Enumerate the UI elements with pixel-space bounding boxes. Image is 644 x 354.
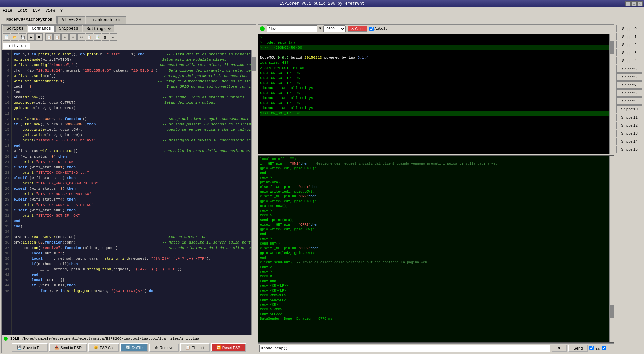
- tb-del[interactable]: 🗑: [102, 33, 109, 41]
- terminal-line: STATION_GOT_IP: OK: [260, 111, 612, 116]
- terminal-line: STATION_GOT_IP: OK: [260, 101, 612, 106]
- snippet3-button[interactable]: Snippet3: [616, 49, 642, 56]
- bottom-line: recv:>: [260, 265, 612, 270]
- disconnect-button[interactable]: ✕ Close: [348, 26, 367, 32]
- send-cmd-button[interactable]: Send: [568, 345, 588, 352]
- tb-cut[interactable]: ✂: [77, 33, 85, 41]
- snippet2-button[interactable]: Snippet2: [616, 41, 642, 48]
- menu-esp[interactable]: ESP: [32, 8, 42, 13]
- tb-dup[interactable]: 📑: [94, 33, 101, 41]
- tb-new[interactable]: 📄: [3, 33, 10, 41]
- bottom-line: send: print(ora);: [260, 218, 612, 223]
- bottom-scrollbar-thumb[interactable]: [610, 305, 614, 318]
- bottom-line: recv:> <CR>: [260, 307, 612, 312]
- tb-wrap[interactable]: ↔: [110, 33, 117, 41]
- tb-paste[interactable]: 📋: [86, 33, 93, 41]
- save-icon: 💾: [17, 345, 22, 350]
- tb-undo[interactable]: ↩: [61, 33, 69, 41]
- tab-nodemcu[interactable]: NodeMCU+MicroPython: [2, 16, 57, 24]
- menu-help[interactable]: ?: [59, 8, 64, 13]
- tb-redo[interactable]: ↪: [69, 33, 77, 41]
- send-button[interactable]: ▼: [552, 345, 567, 352]
- line-numbers: 12345 678910 1112131415 1617181920 21222…: [2, 50, 12, 335]
- terminal-line: STATION_GOT_IP: OK: [260, 71, 612, 76]
- terminal-output[interactable]: > > node.restart() > ·····500h62·R6·00 N…: [258, 34, 614, 154]
- autosc-checkbox-label[interactable]: AutoSc: [369, 27, 388, 31]
- snippet10-button[interactable]: Snippet10: [616, 105, 642, 113]
- snippet6-button[interactable]: Snippet6: [616, 73, 642, 81]
- code-scrollbar[interactable]: [251, 50, 256, 335]
- snippet13-button[interactable]: Snippet13: [616, 130, 642, 137]
- snippet7-button[interactable]: Snippet7: [616, 81, 642, 89]
- sub-tab-scripts[interactable]: Scripts: [3, 25, 27, 32]
- bottom-line: recv:>: [260, 270, 612, 274]
- terminal-line: Timeout - OFF all relays: [260, 96, 612, 101]
- lf-checkbox[interactable]: [602, 346, 606, 350]
- snippet4-button[interactable]: Snippet4: [616, 57, 642, 64]
- lf-label[interactable]: LF: [602, 346, 613, 351]
- autosc-checkbox[interactable]: [369, 27, 374, 31]
- menu-view[interactable]: View: [44, 8, 56, 13]
- tb-run[interactable]: ▶: [27, 33, 35, 41]
- tab-franken[interactable]: Frankenshtein: [86, 16, 126, 24]
- terminal-line: NodeMCU 0.9.5 build 20150213 powered by …: [260, 55, 612, 60]
- port-input[interactable]: [267, 25, 317, 32]
- tb-stop[interactable]: ⏹: [35, 33, 43, 41]
- tb-open[interactable]: 📂: [11, 33, 18, 41]
- dofile-icon: 🔄: [126, 345, 130, 350]
- tb-save[interactable]: 💾: [19, 33, 26, 41]
- menu-file[interactable]: File: [1, 8, 14, 13]
- terminal-line: STATION_GOT_IP: OK: [260, 91, 612, 96]
- sub-tab-commands[interactable]: Commands: [28, 25, 55, 32]
- close-button[interactable]: ✕: [637, 1, 643, 6]
- sub-tab-settings[interactable]: Settings ⚙: [83, 25, 114, 32]
- minimize-button[interactable]: _: [625, 1, 631, 6]
- baud-select[interactable]: 9600 115200: [323, 25, 346, 32]
- maximize-button[interactable]: □: [631, 1, 637, 6]
- bottom-scrollbar[interactable]: [609, 156, 614, 342]
- bottom-line: recv:<CR><LF>: [260, 293, 612, 298]
- tb-copy1[interactable]: 📋: [45, 33, 53, 41]
- snippet1-button[interactable]: Snippet1: [616, 33, 642, 40]
- remove-button[interactable]: 🗑 Remove: [149, 344, 179, 352]
- terminal-line: >: [260, 35, 612, 40]
- snippet0-button[interactable]: Snippet0: [616, 25, 642, 32]
- save-to-esp-button[interactable]: 💾 Save to E...: [12, 343, 48, 352]
- file-tab-bar: init.lua: [2, 42, 256, 50]
- connection-bar: ▼ 9600 115200 ✕ Close AutoSc: [258, 24, 614, 33]
- snippet5-button[interactable]: Snippet5: [616, 65, 642, 73]
- dofile-button[interactable]: 🔄 DoFile: [120, 343, 148, 352]
- terminal-bottom[interactable]: local_on_off = ""; if _GET.pin == "ON1"t…: [258, 155, 614, 343]
- bottom-line: gpio.write(led2, gpio.HIGH);: [260, 199, 612, 204]
- terminal-scrollbar-thumb[interactable]: [610, 41, 614, 54]
- terminal-scrollbar[interactable]: [609, 34, 614, 154]
- window-controls[interactable]: _ □ ✕: [625, 1, 643, 6]
- cr-checkbox[interactable]: [589, 346, 594, 350]
- right-panel: ▼ 9600 115200 ✕ Close AutoSc > > node.re…: [258, 24, 614, 353]
- snippet8-button[interactable]: Snippet8: [616, 89, 642, 97]
- command-input[interactable]: [259, 345, 550, 352]
- cr-label[interactable]: CR: [589, 346, 600, 351]
- sub-tab-snippets[interactable]: Snippets: [55, 25, 82, 32]
- snippet12-button[interactable]: Snippet12: [616, 122, 642, 129]
- snippet11-button[interactable]: Snippet11: [616, 114, 642, 121]
- esp-cat-button[interactable]: 🐱 ESP Cat: [88, 343, 119, 352]
- file-list-button[interactable]: 📋 File List: [180, 343, 210, 352]
- snippet9-button[interactable]: Snippet9: [616, 97, 642, 105]
- tab-at[interactable]: AT v0.20: [57, 16, 86, 24]
- code-scrollbar-thumb[interactable]: [252, 57, 256, 71]
- reset-icon: 🔁: [216, 345, 221, 350]
- code-content[interactable]: for n,s in pairs(file.list()) do print(n…: [12, 50, 256, 335]
- reset-esp-button[interactable]: 🔁 Reset ESP: [211, 343, 246, 352]
- dropdown-icon[interactable]: ▼: [319, 26, 321, 31]
- app-body: NodeMCU+MicroPython AT v0.20 Frankenshte…: [0, 14, 644, 354]
- content-area: Scripts Commands Snippets Settings ⚙ 📄 📂…: [0, 24, 644, 354]
- tb-copy2[interactable]: 📋: [53, 33, 61, 41]
- send-to-esp-button[interactable]: 📤 Send to ESP: [49, 343, 87, 352]
- file-tab-init[interactable]: init.lua: [3, 43, 30, 49]
- snippet15-button[interactable]: Snippet15: [616, 146, 642, 153]
- code-area[interactable]: 12345 678910 1112131415 1617181920 21222…: [2, 50, 256, 335]
- menu-edit[interactable]: Edit: [16, 8, 29, 13]
- terminal-line: > STATION_GOT_IP: OK: [260, 65, 612, 71]
- snippet14-button[interactable]: Snippet14: [616, 138, 642, 145]
